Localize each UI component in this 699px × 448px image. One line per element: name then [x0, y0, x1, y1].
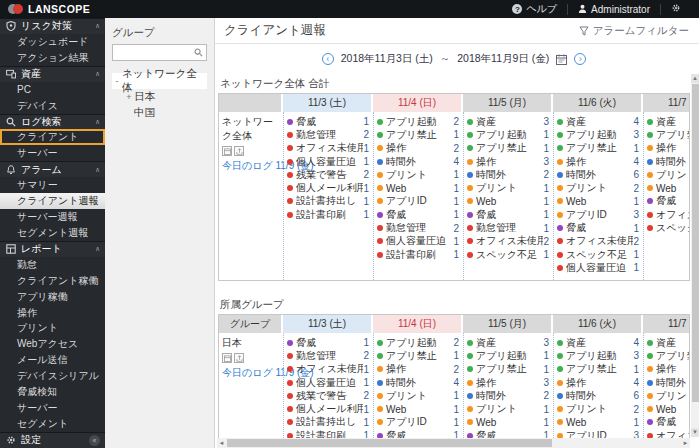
alarm-item[interactable]: アプリ禁止1	[377, 349, 461, 362]
alarm-item[interactable]: アプリ起動2	[377, 336, 461, 349]
alarm-item[interactable]: アプリID1	[377, 195, 461, 208]
alarm-item[interactable]: アプリ禁止1	[467, 142, 551, 155]
calendar-mini-icon[interactable]	[222, 353, 232, 363]
help-button[interactable]: ? ヘルプ	[502, 2, 567, 16]
sidebar-section-ログ検索[interactable]: ログ検索∧	[0, 114, 105, 130]
sidebar-item-クライアント[interactable]: クライアント	[0, 129, 105, 145]
scroll-left-button[interactable]: ◄	[217, 440, 226, 446]
alarm-item[interactable]: アプリ起動3	[557, 349, 641, 362]
group-search-box[interactable]	[112, 44, 207, 61]
alarm-item[interactable]: 操作2	[377, 363, 461, 376]
expand-icon[interactable]: +	[124, 92, 134, 102]
tree-node-ネットワーク全体[interactable]: -ネットワーク全体	[112, 73, 207, 89]
today-log-link[interactable]: 今日のログ 11/9 (金)	[222, 159, 281, 173]
horizontal-scroll-thumb[interactable]	[227, 439, 552, 447]
alarm-item[interactable]: プリント	[647, 168, 690, 181]
alarm-item[interactable]: 資産3	[467, 115, 551, 128]
alarm-item[interactable]: 時間外	[647, 155, 690, 168]
group-search-input[interactable]	[116, 47, 194, 58]
alarm-item[interactable]: アプリ禁止1	[467, 363, 551, 376]
sidebar-item-ダッシュボード[interactable]: ダッシュボード	[0, 34, 105, 50]
alarm-item[interactable]: オフィス未使用	[647, 208, 690, 221]
alarm-item[interactable]: 時間外2	[467, 168, 551, 181]
alarm-item[interactable]: オフィス未使用1	[287, 142, 371, 155]
sidebar-item-アプリ稼働[interactable]: アプリ稼働	[0, 289, 105, 305]
alarm-item[interactable]: 設計書印刷1	[377, 248, 461, 261]
alarm-item[interactable]: 脅威	[647, 195, 690, 208]
alarm-item[interactable]: 脅威1	[557, 221, 641, 234]
alarm-item[interactable]: プリント1	[467, 181, 551, 194]
sidebar-item-サーバー[interactable]: サーバー	[0, 145, 105, 161]
alarm-item[interactable]: 時間外2	[467, 389, 551, 402]
sidebar-section-設定[interactable]: 設定«	[0, 432, 105, 448]
alarm-item[interactable]: 脅威	[647, 416, 690, 429]
alarm-item[interactable]: アプリ禁止1	[377, 128, 461, 141]
alarm-item[interactable]: 時間外4	[377, 155, 461, 168]
alarm-item[interactable]: 個人メール利用1	[287, 402, 371, 415]
calendar-icon[interactable]	[556, 54, 567, 65]
alarm-item[interactable]: Web1	[467, 416, 551, 429]
sidebar-section-アラーム[interactable]: アラーム∧	[0, 161, 105, 177]
collapse-icon[interactable]: -	[112, 76, 122, 86]
sidebar-section-リスク対策[interactable]: リスク対策∧	[0, 18, 105, 34]
sidebar-item-デバイスシリアル[interactable]: デバイスシリアル	[0, 368, 105, 384]
alarm-item[interactable]: 勤怠管理1	[467, 221, 551, 234]
alarm-item[interactable]: プリント1	[377, 168, 461, 181]
alarm-item[interactable]: 脅威1	[287, 115, 371, 128]
alarm-item[interactable]: 操作3	[467, 155, 551, 168]
vertical-scroll-thumb[interactable]	[692, 84, 699, 402]
alarm-item[interactable]: 資産4	[557, 115, 641, 128]
next-week-button[interactable]: ›	[574, 53, 586, 65]
export-mini-icon[interactable]	[234, 146, 244, 156]
alarm-item[interactable]: 個人容量圧迫1	[287, 376, 371, 389]
alarm-item[interactable]: Web	[647, 402, 690, 415]
alarm-item[interactable]: アプリ起動2	[377, 115, 461, 128]
sidebar-item-サマリー[interactable]: サマリー	[0, 177, 105, 193]
sidebar-item-セグメント週報[interactable]: セグメント週報	[0, 225, 105, 241]
alarm-item[interactable]: 操作	[647, 363, 690, 376]
scroll-down-button[interactable]: ▼	[691, 428, 699, 437]
alarm-item[interactable]: 資産3	[467, 336, 551, 349]
sidebar-item-サーバー[interactable]: サーバー	[0, 400, 105, 416]
sidebar-item-PC[interactable]: PC	[0, 82, 105, 98]
vertical-scrollbar[interactable]: ▲ ▼	[691, 74, 699, 437]
alarm-item[interactable]: 時間外4	[377, 376, 461, 389]
alarm-item[interactable]: アプリ禁止1	[557, 363, 641, 376]
calendar-mini-icon[interactable]	[222, 146, 232, 156]
alarm-item[interactable]: 操作2	[377, 142, 461, 155]
alarm-item[interactable]: スペック不足1	[467, 248, 551, 261]
alarm-item[interactable]: 資産	[647, 336, 690, 349]
alarm-item[interactable]: 個人容量圧迫1	[557, 261, 641, 274]
alarm-item[interactable]: スペック不足	[647, 221, 690, 234]
alarm-item[interactable]: 設計書持出し1	[287, 416, 371, 429]
alarm-item[interactable]: 残業で警告2	[287, 168, 371, 181]
export-mini-icon[interactable]	[234, 353, 244, 363]
alarm-item[interactable]: 時間外6	[557, 389, 641, 402]
sidebar-section-レポート[interactable]: レポート∧	[0, 241, 105, 257]
collapse-sidebar-button[interactable]: «	[89, 435, 100, 446]
sidebar-item-クライアント稼働[interactable]: クライアント稼働	[0, 273, 105, 289]
alarm-item[interactable]: オフィス未使用2	[467, 235, 551, 248]
alarm-item[interactable]: 脅威1	[287, 336, 371, 349]
scroll-up-button[interactable]: ▲	[691, 74, 699, 83]
sidebar-item-デバイス[interactable]: デバイス	[0, 98, 105, 114]
topbar-settings-button[interactable]	[661, 3, 691, 15]
alarm-item[interactable]: Web1	[377, 402, 461, 415]
alarm-item[interactable]: 時間外6	[557, 168, 641, 181]
alarm-item[interactable]: 資産4	[557, 336, 641, 349]
alarm-item[interactable]: 脅威1	[467, 208, 551, 221]
alarm-item[interactable]: 勤怠管理2	[287, 128, 371, 141]
alarm-item[interactable]: Web1	[557, 195, 641, 208]
alarm-item[interactable]: 操作	[647, 142, 690, 155]
alarm-item[interactable]: 個人メール利用1	[287, 181, 371, 194]
alarm-item[interactable]: 時間外	[647, 376, 690, 389]
alarm-item[interactable]: 資産	[647, 115, 690, 128]
alarm-item[interactable]: Web1	[377, 181, 461, 194]
alarm-item[interactable]: Web1	[467, 195, 551, 208]
alarm-item[interactable]: プリント1	[377, 389, 461, 402]
sidebar-item-サーバー週報[interactable]: サーバー週報	[0, 209, 105, 225]
sidebar-item-勤怠[interactable]: 勤怠	[0, 257, 105, 273]
alarm-item[interactable]: 勤怠管理2	[377, 221, 461, 234]
alarm-filter-button[interactable]: アラームフィルター	[579, 24, 689, 38]
alarm-item[interactable]: プリント2	[557, 181, 641, 194]
